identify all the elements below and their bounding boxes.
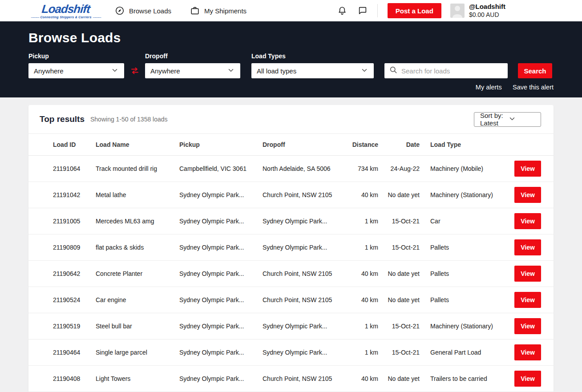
table-row: 21190408Light TowersSydney Olympic Park.…	[28, 366, 554, 392]
results-title: Top results	[40, 114, 85, 124]
briefcase-icon	[190, 6, 200, 16]
distance-cell: 40 km	[334, 270, 378, 277]
filter-row: Pickup Anywhere Dropoff Anywhere	[28, 53, 554, 78]
pickup-cell: Sydney Olympic Park...	[179, 244, 263, 251]
pickup-cell: Sydney Olympic Park...	[179, 323, 263, 330]
view-button[interactable]: View	[514, 239, 541, 255]
distance-cell: 1 km	[334, 323, 378, 330]
column-header-load-type: Load Type	[420, 141, 514, 148]
view-button[interactable]: View	[514, 318, 541, 334]
my-alerts-link[interactable]: My alerts	[476, 84, 502, 91]
distance-cell: 1 km	[334, 244, 378, 251]
load-id-cell: 21190408	[53, 375, 96, 382]
table-row: 21190524Car engineSydney Olympic Park...…	[28, 287, 554, 313]
results-count: Showing 1-50 of 1358 loads	[90, 116, 168, 123]
table-row: 21190464Single large parcelSydney Olympi…	[28, 339, 554, 366]
date-cell: 24-Aug-22	[378, 165, 420, 172]
load-id-cell: 21190642	[53, 270, 96, 277]
chevron-down-icon	[111, 66, 119, 76]
load-id-cell: 21190524	[53, 296, 96, 303]
view-cell: View	[514, 266, 541, 282]
view-button[interactable]: View	[514, 266, 541, 282]
load-name-cell: Light Towers	[96, 375, 179, 382]
table-body: 21191064Track mounted drill rigCampbellf…	[28, 156, 554, 392]
distance-cell: 1 km	[334, 218, 378, 225]
page-body: Top results Showing 1-50 of 1358 loads S…	[0, 97, 582, 392]
search-button[interactable]: Search	[518, 63, 552, 78]
user-balance: $0.00 AUD	[469, 11, 505, 19]
avatar[interactable]	[450, 4, 465, 18]
nav-item-browse-loads[interactable]: Browse Loads	[115, 6, 171, 16]
topbar: Loadshift Connecting Shippers & Carriers…	[0, 0, 582, 21]
topbar-right: Post a Load @Loadshift $0.00 AUD	[337, 3, 505, 19]
distance-cell: 40 km	[334, 296, 378, 303]
load-type-cell: Pallets	[420, 244, 514, 251]
loadshift-logo[interactable]: Loadshift Connecting Shippers & Carriers	[28, 3, 103, 19]
table-row: 21190809flat packs & skidsSydney Olympic…	[28, 234, 554, 261]
view-button[interactable]: View	[514, 371, 541, 387]
alert-links: My alerts Save this alert	[28, 83, 554, 91]
load-name-cell: Car engine	[96, 296, 179, 303]
view-button[interactable]: View	[514, 213, 541, 229]
load-name-cell: flat packs & skids	[96, 244, 179, 251]
view-button[interactable]: View	[514, 292, 541, 308]
view-button[interactable]: View	[514, 161, 541, 177]
nav-item-my-shipments[interactable]: My Shipments	[190, 6, 247, 16]
load-types-label: Load Types	[251, 53, 374, 60]
distance-cell: 40 km	[334, 375, 378, 382]
search-input[interactable]	[401, 67, 503, 75]
view-cell: View	[514, 187, 541, 203]
pickup-cell: Sydney Olympic Park...	[179, 296, 263, 303]
column-header-load-name: Load Name	[96, 141, 179, 148]
date-cell: No date yet	[378, 191, 420, 198]
sort-by-value: Sort by: Latest	[480, 112, 508, 127]
pickup-cell: Campbellfield, VIC 3061	[179, 165, 263, 172]
view-button[interactable]: View	[514, 344, 541, 360]
column-header-distance: Distance	[334, 141, 378, 148]
load-name-cell: Track mounted drill rig	[96, 165, 179, 172]
nav-label: Browse Loads	[129, 7, 171, 15]
chat-icon[interactable]	[358, 6, 368, 16]
pickup-select[interactable]: Anywhere	[28, 63, 124, 78]
dropoff-cell: Church Point, NSW 2105	[263, 191, 334, 198]
results-card: Top results Showing 1-50 of 1358 loads S…	[28, 105, 554, 392]
logo-name: Loadshift	[41, 3, 91, 15]
results-header: Top results Showing 1-50 of 1358 loads S…	[28, 105, 554, 133]
save-this-alert-link[interactable]: Save this alert	[513, 84, 554, 91]
load-name-cell: Steel bull bar	[96, 323, 179, 330]
notifications-bell-icon[interactable]	[337, 6, 347, 16]
load-type-cell: General Part Load	[420, 349, 514, 356]
distance-cell: 40 km	[334, 191, 378, 198]
table-header-row: Load ID Load Name Pickup Dropoff Distanc…	[28, 133, 554, 156]
pickup-cell: Sydney Olympic Park...	[179, 218, 263, 225]
top-navigation: Browse Loads My Shipments	[115, 6, 247, 16]
post-a-load-button[interactable]: Post a Load	[388, 3, 441, 18]
load-name-cell: Concrete Planter	[96, 270, 179, 277]
view-cell: View	[514, 292, 541, 308]
dropoff-cell: Sydney Olympic Park...	[263, 349, 334, 356]
dropoff-select[interactable]: Anywhere	[145, 63, 240, 78]
column-header-load-id: Load ID	[53, 141, 96, 148]
pickup-filter: Pickup Anywhere	[28, 53, 124, 78]
topbar-divider	[377, 4, 378, 17]
load-types-select[interactable]: All load types	[251, 63, 374, 78]
dropoff-cell: Church Point, NSW 2105	[263, 270, 334, 277]
date-cell: No date yet	[378, 296, 420, 303]
pickup-cell: Sydney Olympic Park...	[179, 375, 263, 382]
load-type-cell: Machinery (Stationary)	[420, 323, 514, 330]
search-icon	[389, 65, 398, 76]
view-button[interactable]: View	[514, 187, 541, 203]
dropoff-cell: Sydney Olympic Park...	[263, 218, 334, 225]
view-cell: View	[514, 239, 541, 255]
user-info: @Loadshift $0.00 AUD	[469, 3, 505, 19]
swap-pickup-dropoff-icon[interactable]	[124, 63, 145, 78]
sort-by-select[interactable]: Sort by: Latest	[474, 112, 541, 127]
load-type-cell: Pallets	[420, 270, 514, 277]
date-cell: 15-Oct-21	[378, 349, 420, 356]
load-type-cell: Car	[420, 218, 514, 225]
chevron-down-icon	[360, 66, 368, 76]
load-name-cell: Mercedes ML63 amg	[96, 218, 179, 225]
column-header-date: Date	[378, 141, 420, 148]
compass-icon	[115, 6, 125, 16]
view-cell: View	[514, 371, 541, 387]
